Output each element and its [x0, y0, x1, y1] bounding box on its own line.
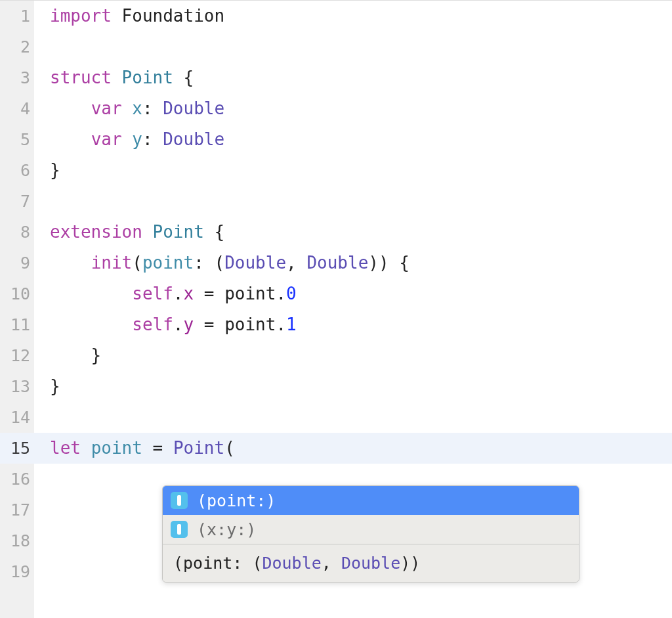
code-token: {: [204, 222, 224, 242]
line-number: 16: [0, 464, 34, 495]
code-line[interactable]: extension Point {: [34, 217, 672, 248]
code-token: [50, 284, 132, 303]
line-number: 3: [0, 62, 34, 93]
code-token: point: [91, 438, 142, 458]
code-token: :: [142, 129, 163, 149]
code-editor[interactable]: 12345678910111213141516171819 import Fou…: [0, 0, 672, 618]
code-token: Double: [224, 253, 286, 273]
line-number: 12: [0, 340, 34, 371]
line-number: 17: [0, 495, 34, 525]
code-line[interactable]: self.x = point.0: [34, 278, 672, 309]
initializer-icon: [171, 492, 188, 509]
code-token: 0: [286, 284, 297, 303]
code-token: }: [50, 160, 60, 180]
code-token: self: [132, 315, 173, 334]
code-line[interactable]: }: [34, 155, 672, 186]
code-token: = point.: [194, 315, 286, 334]
line-number: 10: [0, 278, 34, 309]
code-token: (: [224, 438, 235, 458]
code-token: [50, 253, 91, 273]
code-token: self: [132, 284, 173, 303]
code-token: Point: [122, 68, 173, 87]
detail-prefix: (point: (: [173, 554, 262, 573]
code-line[interactable]: struct Point {: [34, 62, 672, 93]
code-token: Double: [163, 99, 224, 118]
code-token: = point.: [194, 284, 286, 303]
code-token: .: [173, 284, 184, 303]
code-line[interactable]: self.y = point.1: [34, 309, 672, 340]
code-line[interactable]: [34, 186, 672, 217]
code-token: {: [173, 68, 194, 87]
code-token: x: [184, 284, 194, 303]
code-token: point: [142, 253, 194, 273]
autocomplete-item-label: (point:): [197, 491, 276, 510]
line-number: 4: [0, 93, 34, 124]
line-number-gutter: 12345678910111213141516171819: [0, 1, 34, 618]
autocomplete-detail: (point: (Double, Double)): [163, 544, 579, 582]
detail-type-1: Double: [262, 554, 321, 573]
autocomplete-popup[interactable]: (point:)(x:y:) (point: (Double, Double)): [162, 485, 579, 583]
code-token: [50, 315, 132, 334]
code-token: =: [142, 438, 173, 458]
code-line[interactable]: let point = Point(: [34, 433, 672, 464]
code-token: Double: [163, 129, 224, 149]
code-token: var: [91, 129, 133, 149]
line-number: 14: [0, 402, 34, 433]
code-line[interactable]: [34, 402, 672, 433]
line-number: 2: [0, 32, 34, 62]
detail-suffix: )): [400, 554, 420, 573]
initializer-icon: [171, 521, 188, 538]
code-token: (: [132, 253, 142, 273]
code-token: let: [50, 438, 91, 458]
line-number: 11: [0, 309, 34, 340]
autocomplete-item[interactable]: (x:y:): [163, 515, 579, 544]
autocomplete-item-label: (x:y:): [197, 520, 256, 539]
autocomplete-list[interactable]: (point:)(x:y:): [163, 486, 579, 544]
code-token: x: [132, 99, 142, 118]
code-token: 1: [286, 315, 297, 334]
line-number: 18: [0, 525, 34, 556]
code-token: Foundation: [122, 6, 225, 26]
code-line[interactable]: var x: Double: [34, 93, 672, 124]
code-line[interactable]: [34, 32, 672, 62]
code-token: .: [173, 315, 184, 334]
code-token: }: [50, 376, 60, 396]
code-line[interactable]: }: [34, 371, 672, 402]
code-token: init: [91, 253, 133, 273]
code-token: }: [50, 345, 101, 365]
code-token: extension: [50, 222, 153, 242]
line-number: 5: [0, 124, 34, 155]
code-line[interactable]: var y: Double: [34, 124, 672, 155]
code-token: ,: [286, 253, 306, 273]
line-number: 1: [0, 1, 34, 32]
detail-type-2: Double: [341, 554, 400, 573]
autocomplete-item[interactable]: (point:): [163, 486, 579, 515]
code-token: Point: [153, 222, 204, 242]
code-line[interactable]: init(point: (Double, Double)) {: [34, 248, 672, 278]
code-token: [50, 129, 91, 149]
code-token: )) {: [368, 253, 410, 273]
code-token: [50, 99, 91, 118]
line-number: 13: [0, 371, 34, 402]
code-token: var: [91, 99, 133, 118]
code-token: struct: [50, 68, 122, 87]
line-number: 8: [0, 217, 34, 248]
code-token: y: [184, 315, 194, 334]
code-line[interactable]: import Foundation: [34, 1, 672, 32]
line-number: 9: [0, 248, 34, 278]
code-token: : (: [194, 253, 224, 273]
code-token: :: [142, 99, 163, 118]
line-number: 15: [0, 433, 34, 464]
code-token: Double: [306, 253, 368, 273]
detail-mid: ,: [322, 554, 341, 573]
code-token: y: [132, 129, 142, 149]
line-number: 19: [0, 556, 34, 587]
line-number: 7: [0, 186, 34, 217]
code-token: import: [50, 6, 122, 26]
code-line[interactable]: }: [34, 340, 672, 371]
code-token: Point: [173, 438, 224, 458]
line-number: 6: [0, 155, 34, 186]
